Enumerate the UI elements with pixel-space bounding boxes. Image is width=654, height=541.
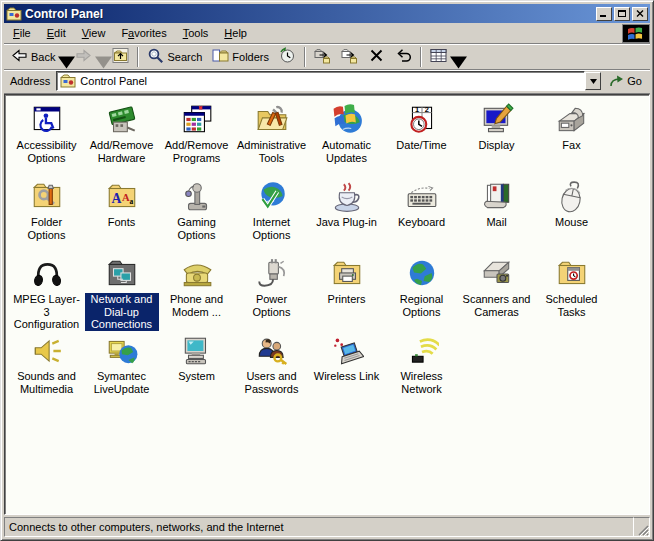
item-label: Gaming Options — [160, 216, 234, 241]
chevron-down-icon[interactable] — [450, 54, 457, 59]
cpl-item-wireless-link[interactable]: Wireless Link — [309, 332, 384, 409]
folders-label: Folders — [232, 51, 269, 63]
cpl-item-fonts[interactable]: AAaFonts — [84, 178, 159, 255]
cpl-item-sounds-and-multimedia[interactable]: Sounds and Multimedia — [9, 332, 84, 409]
cpl-item-users-and-passwords[interactable]: Users and Passwords — [234, 332, 309, 409]
icon-view: Accessibility OptionsAdd/Remove Hardware… — [4, 94, 650, 515]
cpl-item-power-options[interactable]: Power Options — [234, 255, 309, 332]
cpl-item-display[interactable]: Display — [459, 101, 534, 178]
toolbar: BackSearchFolders — [4, 44, 650, 70]
item-label: Fax — [561, 139, 581, 152]
menu-help[interactable]: Help — [216, 24, 255, 42]
go-button[interactable]: Go — [605, 70, 648, 92]
address-bar: Address Control Panel Go — [4, 70, 650, 94]
item-label: MPEG Layer-3 Configuration — [10, 293, 84, 331]
cpl-item-printers[interactable]: Printers — [309, 255, 384, 332]
forward-button[interactable] — [70, 46, 107, 68]
resize-grip[interactable] — [634, 517, 650, 537]
status-bar: Connects to other computers, networks, a… — [4, 517, 650, 537]
copy-to-button[interactable] — [336, 46, 363, 68]
title-bar[interactable]: Control Panel — [4, 4, 650, 23]
cpl-item-symantec-liveupdate[interactable]: Symantec LiveUpdate — [84, 332, 159, 409]
folders-icon — [212, 47, 229, 66]
menu-favorites[interactable]: Favorites — [113, 24, 174, 42]
users-passwords-icon — [255, 334, 289, 368]
menu-bar: FileEditViewFavoritesToolsHelp — [4, 23, 650, 44]
cpl-item-internet-options[interactable]: Internet Options — [234, 178, 309, 255]
maximize-button[interactable] — [614, 7, 630, 21]
cpl-item-network-and-dial-up-connections[interactable]: Network and Dial-up Connections — [84, 255, 159, 332]
folders-button[interactable]: Folders — [207, 46, 274, 68]
svg-text:2: 2 — [424, 105, 428, 114]
keyboard-icon — [405, 180, 439, 214]
cpl-item-mouse[interactable]: Mouse — [534, 178, 609, 255]
add-remove-programs-icon — [180, 103, 214, 137]
svg-text:a: a — [129, 197, 133, 206]
internet-options-icon — [255, 180, 289, 214]
item-label: Accessibility Options — [10, 139, 84, 164]
cpl-item-add-remove-programs[interactable]: Add/Remove Programs — [159, 101, 234, 178]
delete-button[interactable] — [363, 46, 390, 68]
close-button[interactable] — [632, 7, 648, 21]
cpl-item-gaming-options[interactable]: Gaming Options — [159, 178, 234, 255]
views-button[interactable] — [425, 46, 462, 68]
cpl-item-phone-and-modem[interactable]: Phone and Modem ... — [159, 255, 234, 332]
svg-text:1: 1 — [415, 105, 419, 114]
cpl-item-fax[interactable]: Fax — [534, 101, 609, 178]
explorer-window: Control Panel FileEditViewFavoritesTools… — [0, 0, 654, 541]
regional-options-icon — [405, 257, 439, 291]
power-options-icon — [255, 257, 289, 291]
address-dropdown-button[interactable] — [585, 72, 601, 90]
item-label: Printers — [327, 293, 367, 306]
mpeg-layer3-icon — [30, 257, 64, 291]
minimize-button[interactable] — [596, 7, 612, 21]
address-label: Address — [10, 75, 50, 87]
menu-edit[interactable]: Edit — [39, 24, 74, 42]
cpl-item-mail[interactable]: Mail — [459, 178, 534, 255]
gaming-options-icon — [180, 180, 214, 214]
move-to-button[interactable] — [309, 46, 336, 68]
item-label: Regional Options — [385, 293, 459, 318]
cpl-item-automatic-updates[interactable]: Automatic Updates — [309, 101, 384, 178]
item-label: Network and Dial-up Connections — [85, 293, 159, 331]
back-label: Back — [31, 51, 55, 63]
history-button[interactable] — [274, 46, 301, 68]
item-label: Scanners and Cameras — [460, 293, 534, 318]
cpl-item-add-remove-hardware[interactable]: Add/Remove Hardware — [84, 101, 159, 178]
cpl-item-folder-options[interactable]: Folder Options — [9, 178, 84, 255]
cpl-item-regional-options[interactable]: Regional Options — [384, 255, 459, 332]
cpl-item-scanners-and-cameras[interactable]: Scanners and Cameras — [459, 255, 534, 332]
address-value: Control Panel — [80, 75, 584, 87]
scheduled-tasks-icon — [555, 257, 589, 291]
cpl-item-wireless-network[interactable]: Wireless Network — [384, 332, 459, 409]
item-label: Date/Time — [395, 139, 447, 152]
item-label: Sounds and Multimedia — [10, 370, 84, 395]
cpl-item-system[interactable]: System — [159, 332, 234, 409]
cpl-item-administrative-tools[interactable]: Administrative Tools — [234, 101, 309, 178]
undo-button[interactable] — [390, 46, 417, 68]
icon-grid: Accessibility OptionsAdd/Remove Hardware… — [9, 101, 649, 409]
address-input[interactable]: Control Panel — [56, 71, 585, 91]
cpl-item-keyboard[interactable]: Keyboard — [384, 178, 459, 255]
item-label: Java Plug-in — [315, 216, 378, 229]
chevron-down-icon[interactable] — [95, 54, 102, 59]
menu-file[interactable]: File — [5, 24, 39, 42]
menu-tools[interactable]: Tools — [175, 24, 217, 42]
move-to-icon — [314, 47, 331, 66]
sounds-multimedia-icon — [30, 334, 64, 368]
window-title: Control Panel — [25, 7, 594, 21]
control-panel-folder-icon — [60, 73, 76, 89]
cpl-item-scheduled-tasks[interactable]: Scheduled Tasks — [534, 255, 609, 332]
system-icon — [180, 334, 214, 368]
chevron-down-icon[interactable] — [58, 54, 65, 59]
search-button[interactable]: Search — [142, 46, 207, 68]
status-panel: Connects to other computers, networks, a… — [4, 517, 634, 537]
item-label: Administrative Tools — [235, 139, 309, 164]
cpl-item-mpeg-layer-3-configuration[interactable]: MPEG Layer-3 Configuration — [9, 255, 84, 332]
item-label: Internet Options — [235, 216, 309, 241]
cpl-item-accessibility-options[interactable]: Accessibility Options — [9, 101, 84, 178]
menu-view[interactable]: View — [74, 24, 114, 42]
cpl-item-java-plug-in[interactable]: Java Plug-in — [309, 178, 384, 255]
cpl-item-date-time[interactable]: 12Date/Time — [384, 101, 459, 178]
back-button[interactable]: Back — [6, 46, 70, 68]
